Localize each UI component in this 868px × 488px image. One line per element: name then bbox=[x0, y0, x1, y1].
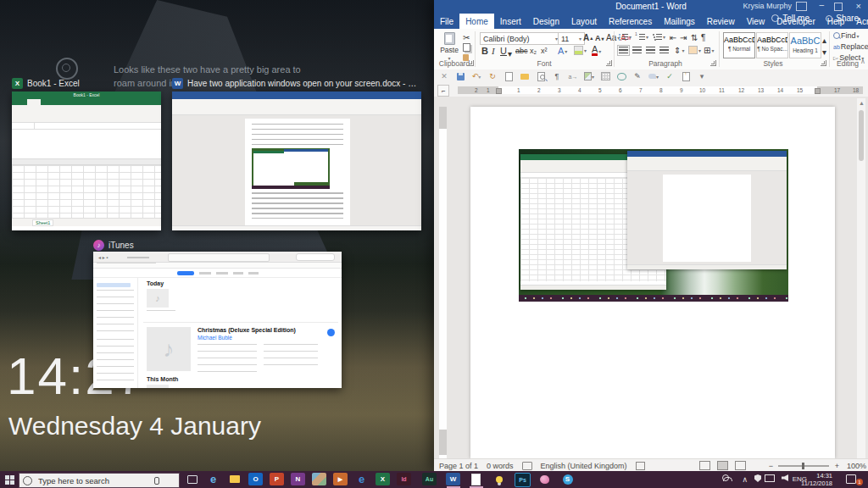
status-page[interactable]: Page 1 of 1 bbox=[439, 462, 478, 470]
strikethrough-button[interactable]: abc bbox=[515, 47, 528, 55]
accept-icon[interactable]: ✓ bbox=[665, 71, 675, 81]
replace-button[interactable]: abReplace bbox=[833, 42, 868, 51]
underline-dropdown[interactable]: ▾ bbox=[508, 49, 512, 58]
tab-review[interactable]: Review bbox=[701, 14, 741, 29]
insert-picture-icon[interactable]: ▾ bbox=[584, 71, 594, 81]
minimize-icon[interactable]: – bbox=[819, 0, 824, 9]
films-tv-icon[interactable]: ▶ bbox=[333, 473, 348, 485]
underline-button[interactable]: U bbox=[500, 46, 507, 56]
zoom-out-icon[interactable]: − bbox=[769, 462, 773, 470]
read-mode-icon[interactable] bbox=[699, 461, 710, 470]
subscript-button[interactable]: x₂ bbox=[530, 47, 537, 55]
insert-field-icon[interactable]: a→ bbox=[568, 71, 578, 81]
ribbon-display-options-icon[interactable] bbox=[796, 2, 807, 11]
align-right-button[interactable] bbox=[646, 47, 655, 54]
outlook-icon[interactable]: O bbox=[248, 473, 263, 485]
touch-mode-icon[interactable]: ✕ bbox=[439, 71, 449, 81]
document-page[interactable] bbox=[470, 107, 835, 458]
tab-home[interactable]: Home bbox=[459, 14, 494, 29]
paint-3d-icon[interactable] bbox=[537, 473, 552, 485]
line-spacing-icon[interactable]: ⇕▾ bbox=[674, 46, 684, 55]
internet-explorer-icon[interactable]: e bbox=[206, 473, 220, 485]
numbering-icon[interactable]: ▾ bbox=[636, 33, 648, 41]
open-icon[interactable] bbox=[520, 71, 530, 81]
network-icon[interactable] bbox=[765, 474, 775, 484]
style-no-spacing[interactable]: AaBbCcDc ¶ No Spac... bbox=[756, 32, 788, 58]
close-icon[interactable]: × bbox=[856, 1, 861, 11]
action-center-icon[interactable] bbox=[846, 474, 856, 485]
defender-icon[interactable] bbox=[754, 474, 761, 484]
tab-references[interactable]: References bbox=[603, 14, 658, 29]
itunes-more-button[interactable] bbox=[327, 329, 335, 336]
tab-design[interactable]: Design bbox=[527, 14, 565, 29]
proofing-icon[interactable] bbox=[522, 462, 532, 470]
highlight-color-icon[interactable]: ▾ bbox=[574, 46, 587, 55]
styles-dialog-launcher[interactable] bbox=[821, 60, 826, 66]
shrink-font-icon[interactable]: A▾ bbox=[595, 34, 604, 42]
share-document-icon[interactable]: ↑ bbox=[681, 71, 691, 81]
status-language[interactable]: English (United Kingdom) bbox=[541, 462, 627, 470]
bullets-icon[interactable]: ▾ bbox=[619, 33, 632, 41]
notepad-icon[interactable] bbox=[469, 473, 483, 485]
vertical-scrollbar[interactable]: ▲ bbox=[857, 98, 865, 458]
styles-scroll-up[interactable]: ▴ bbox=[822, 36, 826, 45]
right-margin-marker[interactable] bbox=[815, 88, 821, 94]
zoom-level[interactable]: 100% bbox=[847, 462, 866, 470]
bold-button[interactable]: B bbox=[481, 46, 488, 56]
taskbar-search[interactable] bbox=[19, 473, 180, 488]
show-formatting-marks-icon[interactable]: ¶ bbox=[701, 33, 705, 42]
restore-icon[interactable] bbox=[834, 3, 843, 11]
tab-insert[interactable]: Insert bbox=[494, 14, 527, 29]
styles-more[interactable]: ▾ bbox=[822, 47, 826, 57]
photoshop-icon[interactable]: Ps bbox=[515, 473, 531, 487]
start-button[interactable] bbox=[0, 471, 19, 488]
task-view-thumbnail-excel[interactable]: Book1 - Excel Sheet1 bbox=[12, 92, 161, 230]
powerpoint-icon[interactable]: P bbox=[270, 473, 284, 485]
align-center-button[interactable] bbox=[632, 47, 642, 54]
onenote-icon[interactable]: N bbox=[291, 473, 305, 485]
zoom-slider-thumb[interactable] bbox=[802, 463, 804, 469]
superscript-button[interactable]: x² bbox=[541, 47, 548, 55]
justify-button[interactable] bbox=[659, 47, 669, 54]
photos-icon[interactable] bbox=[312, 473, 326, 485]
macro-record-icon[interactable] bbox=[636, 462, 645, 470]
collapse-ribbon-icon[interactable]: ∧ bbox=[860, 58, 865, 65]
pen-icon[interactable]: ✎ bbox=[632, 71, 643, 81]
shading-icon[interactable]: ▾ bbox=[688, 46, 701, 54]
scrollbar-thumb[interactable] bbox=[859, 110, 864, 161]
people-icon[interactable] bbox=[722, 474, 732, 483]
task-view-button[interactable] bbox=[185, 473, 199, 485]
font-dialog-launcher[interactable] bbox=[606, 60, 612, 66]
paste-button[interactable]: Paste ▾ bbox=[439, 32, 459, 61]
vertical-ruler[interactable] bbox=[439, 107, 447, 458]
volume-icon[interactable] bbox=[782, 474, 788, 483]
find-button[interactable]: Find▾ bbox=[833, 31, 860, 40]
edge-icon[interactable]: e bbox=[354, 473, 369, 485]
word-taskbar-icon[interactable]: W bbox=[446, 473, 460, 485]
save-icon[interactable] bbox=[455, 71, 465, 81]
tab-file[interactable]: File bbox=[434, 14, 459, 29]
increase-indent-icon[interactable]: ⇥ bbox=[680, 33, 687, 42]
shapes-icon[interactable]: ▾ bbox=[648, 71, 659, 81]
status-words[interactable]: 0 words bbox=[487, 462, 514, 470]
copy-icon[interactable] bbox=[463, 43, 470, 52]
insert-table-icon[interactable] bbox=[600, 71, 610, 81]
search-input[interactable] bbox=[36, 475, 150, 486]
oval-shape-icon[interactable] bbox=[616, 71, 626, 81]
zoom-slider[interactable] bbox=[778, 465, 829, 467]
web-layout-icon[interactable] bbox=[735, 461, 746, 470]
document-image[interactable] bbox=[519, 149, 788, 302]
task-view-thumbnail-word[interactable] bbox=[172, 92, 421, 230]
borders-icon[interactable]: ⊞▾ bbox=[704, 46, 714, 55]
new-document-icon[interactable] bbox=[504, 71, 514, 81]
align-left-button[interactable] bbox=[619, 47, 628, 54]
undo-icon[interactable]: ↶▾ bbox=[471, 71, 481, 81]
more-commands-icon[interactable]: ▾ bbox=[697, 71, 707, 81]
paragraph-dialog-launcher[interactable] bbox=[710, 60, 716, 66]
formatting-marks-icon[interactable]: ¶ bbox=[552, 71, 562, 81]
text-effects-icon[interactable]: A▾ bbox=[558, 46, 567, 56]
show-hidden-icons[interactable]: ∧ bbox=[742, 475, 748, 484]
share-control[interactable]: Share bbox=[820, 14, 865, 23]
style-normal[interactable]: AaBbCcDc ¶ Normal bbox=[723, 32, 755, 58]
left-margin-marker[interactable] bbox=[496, 88, 502, 94]
